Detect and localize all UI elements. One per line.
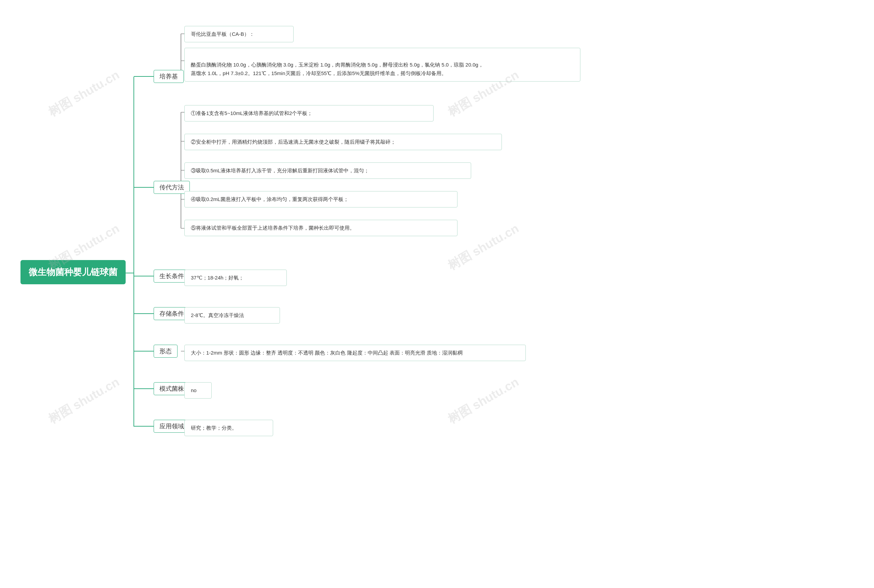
- morphology-text: 大小：1-2mm 形状：圆形 边缘：整齐 透明度：不透明 颜色：灰白色 隆起度：…: [191, 350, 463, 356]
- branch-morphology-label: 形态: [159, 348, 172, 355]
- branch-application-label: 应用领域: [159, 423, 184, 430]
- content-ca-b-detail: 酪蛋白胰酶消化物 10.0g，心胰酶消化物 3.0g，玉米淀粉 1.0g，肉胃酶…: [184, 48, 580, 81]
- root-node: 微生物菌种婴儿链球菌: [21, 260, 126, 284]
- branch-passage-label: 传代方法: [159, 184, 184, 191]
- branch-culture-medium: 培养基: [154, 70, 184, 83]
- content-morphology: 大小：1-2mm 形状：圆形 边缘：整齐 透明度：不透明 颜色：灰白色 隆起度：…: [184, 345, 526, 361]
- content-step3: ③吸取0.5mL液体培养基打入冻干管，充分溶解后重新打回液体试管中，混匀；: [184, 162, 471, 179]
- connector-lines: [0, 0, 874, 588]
- branch-culture-medium-label: 培养基: [159, 73, 178, 80]
- content-model: no: [184, 382, 212, 399]
- step1-text: ①准备1支含有5~10mL液体培养基的试管和2个平板；: [191, 110, 312, 116]
- step2-text: ②安全柜中打开，用酒精灯灼烧顶部，后迅速滴上无菌水使之破裂，随后用镊子将其敲碎；: [191, 139, 396, 145]
- ca-b-detail-text: 酪蛋白胰酶消化物 10.0g，心胰酶消化物 3.0g，玉米淀粉 1.0g，肉胃酶…: [191, 62, 484, 76]
- content-storage: 2-8℃。真空冷冻干燥法: [184, 307, 280, 324]
- ca-b-title-text: 哥伦比亚血平板（CA-B）：: [191, 31, 254, 37]
- model-text: no: [191, 387, 197, 393]
- growth-text: 37℃；18-24h；好氧；: [191, 275, 244, 280]
- content-application: 研究；教学；分类。: [184, 420, 273, 436]
- step4-text: ④吸取0.2mL菌悬液打入平板中，涂布均匀，重复两次获得两个平板；: [191, 196, 348, 202]
- watermark-5: 树图 shutu.cn: [45, 374, 122, 428]
- storage-text: 2-8℃。真空冷冻干燥法: [191, 312, 244, 318]
- content-ca-b-title: 哥伦比亚血平板（CA-B）：: [184, 26, 294, 42]
- branch-morphology: 形态: [154, 345, 177, 358]
- content-step2: ②安全柜中打开，用酒精灯灼烧顶部，后迅速滴上无菌水使之破裂，随后用镊子将其敲碎；: [184, 134, 502, 150]
- content-step4: ④吸取0.2mL菌悬液打入平板中，涂布均匀，重复两次获得两个平板；: [184, 191, 458, 207]
- branch-storage-label: 存储条件: [159, 310, 184, 317]
- branch-growth-label: 生长条件: [159, 273, 184, 279]
- content-step1: ①准备1支含有5~10mL液体培养基的试管和2个平板；: [184, 105, 434, 122]
- step3-text: ③吸取0.5mL液体培养基打入冻干管，充分溶解后重新打回液体试管中，混匀；: [191, 168, 369, 173]
- watermark-1: 树图 shutu.cn: [45, 66, 122, 120]
- content-step5: ⑤将液体试管和平板全部置于上述培养条件下培养，菌种长出即可使用。: [184, 220, 458, 236]
- step5-text: ⑤将液体试管和平板全部置于上述培养条件下培养，菌种长出即可使用。: [191, 225, 355, 231]
- branch-model-label: 模式菌株: [159, 385, 184, 392]
- application-text: 研究；教学；分类。: [191, 425, 237, 430]
- mind-map: 树图 shutu.cn 树图 shutu.cn 树图 shutu.cn 树图 s…: [0, 0, 874, 588]
- content-growth: 37℃；18-24h；好氧；: [184, 270, 287, 286]
- watermark-6: 树图 shutu.cn: [445, 374, 522, 428]
- root-label: 微生物菌种婴儿链球菌: [29, 267, 117, 277]
